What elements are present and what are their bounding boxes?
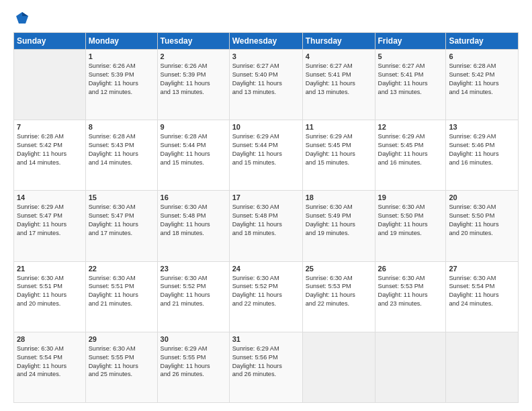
- svg-marker-1: [22, 12, 28, 16]
- calendar-cell: 7Sunrise: 6:28 AM Sunset: 5:42 PM Daylig…: [14, 120, 86, 191]
- calendar-cell: 31Sunrise: 6:29 AM Sunset: 5:56 PM Dayli…: [229, 332, 302, 402]
- day-number: 31: [232, 335, 300, 343]
- day-number: 17: [232, 193, 300, 201]
- logo: [13, 11, 30, 26]
- cell-content: Sunrise: 6:27 AM Sunset: 5:40 PM Dayligh…: [232, 62, 300, 97]
- calendar-cell: 5Sunrise: 6:27 AM Sunset: 5:41 PM Daylig…: [375, 50, 446, 120]
- calendar-cell: 15Sunrise: 6:30 AM Sunset: 5:47 PM Dayli…: [85, 191, 157, 261]
- calendar-cell: 22Sunrise: 6:30 AM Sunset: 5:51 PM Dayli…: [85, 261, 157, 332]
- cell-content: Sunrise: 6:26 AM Sunset: 5:39 PM Dayligh…: [161, 62, 226, 97]
- day-number: 21: [17, 265, 83, 273]
- cell-content: Sunrise: 6:30 AM Sunset: 5:52 PM Dayligh…: [161, 274, 226, 309]
- calendar-cell: 4Sunrise: 6:27 AM Sunset: 5:41 PM Daylig…: [302, 50, 375, 120]
- calendar-cell: 30Sunrise: 6:29 AM Sunset: 5:55 PM Dayli…: [157, 332, 229, 402]
- cell-content: Sunrise: 6:29 AM Sunset: 5:56 PM Dayligh…: [232, 345, 300, 379]
- day-number: 2: [161, 52, 226, 60]
- day-number: 4: [306, 52, 372, 60]
- day-number: 15: [89, 193, 154, 201]
- cell-content: Sunrise: 6:28 AM Sunset: 5:44 PM Dayligh…: [161, 132, 226, 167]
- calendar-cell: [446, 332, 519, 402]
- page: SundayMondayTuesdayWednesdayThursdayFrid…: [0, 0, 532, 411]
- calendar-cell: 17Sunrise: 6:30 AM Sunset: 5:48 PM Dayli…: [229, 191, 302, 261]
- logo-icon: [15, 11, 30, 26]
- day-number: 28: [17, 335, 83, 343]
- cell-content: Sunrise: 6:29 AM Sunset: 5:55 PM Dayligh…: [161, 345, 226, 379]
- cell-content: Sunrise: 6:28 AM Sunset: 5:42 PM Dayligh…: [17, 132, 83, 167]
- cell-content: Sunrise: 6:30 AM Sunset: 5:53 PM Dayligh…: [378, 274, 443, 309]
- day-number: 11: [306, 123, 372, 131]
- day-number: 26: [378, 265, 443, 273]
- cell-content: Sunrise: 6:29 AM Sunset: 5:44 PM Dayligh…: [232, 132, 300, 167]
- day-number: 24: [232, 265, 300, 273]
- col-header-thursday: Thursday: [302, 33, 375, 50]
- calendar-cell: 12Sunrise: 6:29 AM Sunset: 5:45 PM Dayli…: [375, 120, 446, 191]
- col-header-wednesday: Wednesday: [229, 33, 302, 50]
- calendar-cell: 27Sunrise: 6:30 AM Sunset: 5:54 PM Dayli…: [446, 261, 519, 332]
- day-number: 23: [161, 265, 226, 273]
- day-number: 19: [378, 193, 443, 201]
- calendar-cell: 1Sunrise: 6:26 AM Sunset: 5:39 PM Daylig…: [85, 50, 157, 120]
- cell-content: Sunrise: 6:28 AM Sunset: 5:42 PM Dayligh…: [449, 62, 515, 97]
- day-number: 5: [378, 52, 443, 60]
- cell-content: Sunrise: 6:29 AM Sunset: 5:45 PM Dayligh…: [378, 132, 443, 167]
- calendar-cell: 28Sunrise: 6:30 AM Sunset: 5:54 PM Dayli…: [14, 332, 86, 402]
- col-header-sunday: Sunday: [14, 33, 86, 50]
- col-header-tuesday: Tuesday: [157, 33, 229, 50]
- cell-content: Sunrise: 6:30 AM Sunset: 5:49 PM Dayligh…: [306, 203, 372, 238]
- day-number: 8: [89, 123, 154, 131]
- header-row: SundayMondayTuesdayWednesdayThursdayFrid…: [14, 33, 519, 50]
- day-number: 13: [449, 123, 515, 131]
- calendar-cell: 19Sunrise: 6:30 AM Sunset: 5:50 PM Dayli…: [375, 191, 446, 261]
- cell-content: Sunrise: 6:30 AM Sunset: 5:52 PM Dayligh…: [232, 274, 300, 309]
- calendar-cell: 2Sunrise: 6:26 AM Sunset: 5:39 PM Daylig…: [157, 50, 229, 120]
- calendar-cell: 11Sunrise: 6:29 AM Sunset: 5:45 PM Dayli…: [302, 120, 375, 191]
- col-header-friday: Friday: [375, 33, 446, 50]
- week-row-1: 7Sunrise: 6:28 AM Sunset: 5:42 PM Daylig…: [14, 120, 519, 191]
- day-number: 12: [378, 123, 443, 131]
- day-number: 14: [17, 193, 83, 201]
- day-number: 27: [449, 265, 515, 273]
- calendar-cell: 16Sunrise: 6:30 AM Sunset: 5:48 PM Dayli…: [157, 191, 229, 261]
- calendar-cell: 24Sunrise: 6:30 AM Sunset: 5:52 PM Dayli…: [229, 261, 302, 332]
- week-row-2: 14Sunrise: 6:29 AM Sunset: 5:47 PM Dayli…: [14, 191, 519, 261]
- day-number: 20: [449, 193, 515, 201]
- calendar-cell: 25Sunrise: 6:30 AM Sunset: 5:53 PM Dayli…: [302, 261, 375, 332]
- cell-content: Sunrise: 6:30 AM Sunset: 5:47 PM Dayligh…: [89, 203, 154, 238]
- col-header-monday: Monday: [85, 33, 157, 50]
- cell-content: Sunrise: 6:28 AM Sunset: 5:43 PM Dayligh…: [89, 132, 154, 167]
- calendar-cell: 10Sunrise: 6:29 AM Sunset: 5:44 PM Dayli…: [229, 120, 302, 191]
- calendar-cell: 21Sunrise: 6:30 AM Sunset: 5:51 PM Dayli…: [14, 261, 86, 332]
- day-number: 10: [232, 123, 300, 131]
- calendar-cell: 6Sunrise: 6:28 AM Sunset: 5:42 PM Daylig…: [446, 50, 519, 120]
- cell-content: Sunrise: 6:30 AM Sunset: 5:48 PM Dayligh…: [161, 203, 226, 238]
- cell-content: Sunrise: 6:30 AM Sunset: 5:51 PM Dayligh…: [89, 274, 154, 309]
- cell-content: Sunrise: 6:30 AM Sunset: 5:55 PM Dayligh…: [89, 345, 154, 379]
- day-number: 6: [449, 52, 515, 60]
- calendar-cell: 9Sunrise: 6:28 AM Sunset: 5:44 PM Daylig…: [157, 120, 229, 191]
- cell-content: Sunrise: 6:30 AM Sunset: 5:54 PM Dayligh…: [17, 345, 83, 379]
- day-number: 9: [161, 123, 226, 131]
- calendar-cell: 29Sunrise: 6:30 AM Sunset: 5:55 PM Dayli…: [85, 332, 157, 402]
- calendar-cell: 8Sunrise: 6:28 AM Sunset: 5:43 PM Daylig…: [85, 120, 157, 191]
- calendar-cell: 13Sunrise: 6:29 AM Sunset: 5:46 PM Dayli…: [446, 120, 519, 191]
- calendar-cell: 18Sunrise: 6:30 AM Sunset: 5:49 PM Dayli…: [302, 191, 375, 261]
- cell-content: Sunrise: 6:27 AM Sunset: 5:41 PM Dayligh…: [306, 62, 372, 97]
- day-number: 7: [17, 123, 83, 131]
- week-row-4: 28Sunrise: 6:30 AM Sunset: 5:54 PM Dayli…: [14, 332, 519, 402]
- cell-content: Sunrise: 6:30 AM Sunset: 5:50 PM Dayligh…: [449, 203, 515, 238]
- day-number: 18: [306, 193, 372, 201]
- calendar-cell: 23Sunrise: 6:30 AM Sunset: 5:52 PM Dayli…: [157, 261, 229, 332]
- calendar-cell: 3Sunrise: 6:27 AM Sunset: 5:40 PM Daylig…: [229, 50, 302, 120]
- day-number: 16: [161, 193, 226, 201]
- cell-content: Sunrise: 6:29 AM Sunset: 5:45 PM Dayligh…: [306, 132, 372, 167]
- calendar-cell: 14Sunrise: 6:29 AM Sunset: 5:47 PM Dayli…: [14, 191, 86, 261]
- day-number: 29: [89, 335, 154, 343]
- cell-content: Sunrise: 6:30 AM Sunset: 5:53 PM Dayligh…: [306, 274, 372, 309]
- day-number: 1: [89, 52, 154, 60]
- col-header-saturday: Saturday: [446, 33, 519, 50]
- cell-content: Sunrise: 6:30 AM Sunset: 5:54 PM Dayligh…: [449, 274, 515, 309]
- header: [13, 11, 519, 26]
- week-row-3: 21Sunrise: 6:30 AM Sunset: 5:51 PM Dayli…: [14, 261, 519, 332]
- cell-content: Sunrise: 6:30 AM Sunset: 5:48 PM Dayligh…: [232, 203, 300, 238]
- calendar-cell: [302, 332, 375, 402]
